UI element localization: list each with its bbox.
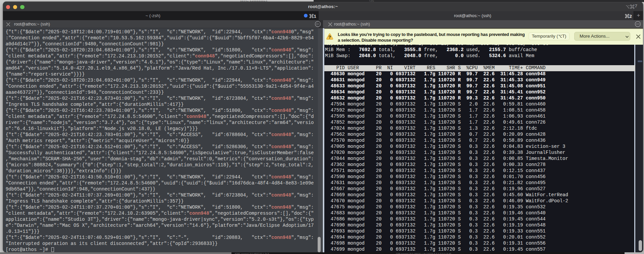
svg-text:?: ? <box>328 35 331 40</box>
